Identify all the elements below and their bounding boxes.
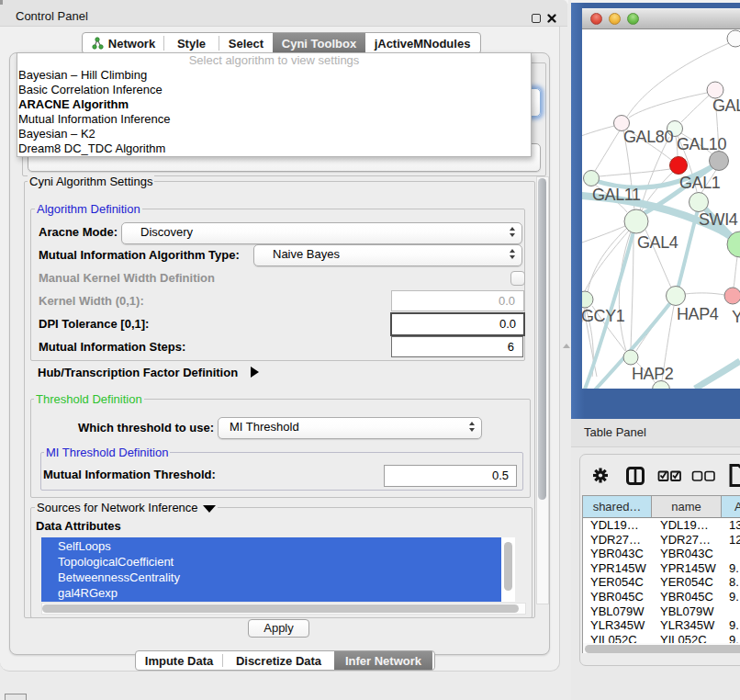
svg-text:HAP4: HAP4 [677, 305, 719, 323]
svg-text:GAL11: GAL11 [592, 186, 641, 204]
svg-text:GAL1: GAL1 [679, 174, 721, 192]
svg-text:GAL10: GAL10 [677, 135, 726, 153]
svg-text:GAL80: GAL80 [623, 128, 673, 146]
svg-text:GCY1: GCY1 [582, 307, 625, 325]
svg-text:GAL4: GAL4 [637, 233, 678, 252]
svg-text:Y: Y [732, 308, 740, 326]
svg-text:GAL: GAL [712, 96, 740, 115]
svg-text:HAP2: HAP2 [632, 365, 674, 383]
svg-text:SWI4: SWI4 [699, 210, 738, 229]
